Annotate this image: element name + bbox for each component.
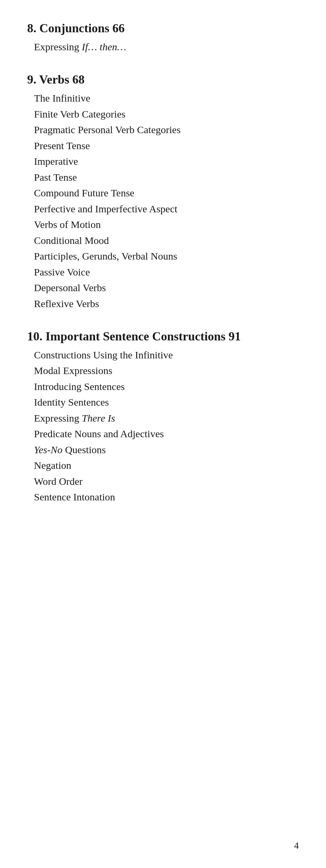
page-number: 4 <box>294 840 299 851</box>
list-item: Imperative <box>27 154 299 170</box>
list-item: Reflexive Verbs <box>27 296 299 312</box>
list-item: Identity Sentences <box>27 394 299 410</box>
section-10-heading: 10. Important Sentence Constructions 91 <box>27 329 299 344</box>
list-item: Participles, Gerunds, Verbal Nouns <box>27 248 299 264</box>
yes-no-italic: Yes-No <box>34 444 62 455</box>
section-8-subheading: Expressing If… then… <box>27 39 299 55</box>
list-item: The Infinitive <box>27 90 299 106</box>
section-9: 9. Verbs 68 The Infinitive Finite Verb C… <box>27 72 299 312</box>
section-9-heading: 9. Verbs 68 <box>27 72 299 88</box>
section-8-expressing-label: Expressing <box>34 41 82 52</box>
section-8-ifthen-label: If… then… <box>82 41 126 52</box>
list-item: Verbs of Motion <box>27 217 299 233</box>
list-item: Constructions Using the Infinitive <box>27 347 299 363</box>
list-item-expressing-there-is: Expressing There Is <box>27 410 299 426</box>
list-item: Past Tense <box>27 170 299 185</box>
list-item-yes-no: Yes-No Questions <box>27 442 299 458</box>
there-is-italic: There Is <box>82 412 115 424</box>
expressing-prefix: Expressing <box>34 412 82 424</box>
list-item: Negation <box>27 458 299 474</box>
list-item: Introducing Sentences <box>27 379 299 395</box>
list-item: Depersonal Verbs <box>27 280 299 296</box>
section-9-list: The Infinitive Finite Verb Categories Pr… <box>27 90 299 312</box>
list-item: Predicate Nouns and Adjectives <box>27 426 299 442</box>
list-item: Sentence Intonation <box>27 489 299 505</box>
questions-suffix: Questions <box>62 444 106 455</box>
section-10-list: Constructions Using the Infinitive Modal… <box>27 347 299 505</box>
section-8: 8. Conjunctions 66 Expressing If… then… <box>27 20 299 55</box>
list-item: Finite Verb Categories <box>27 106 299 122</box>
list-item: Pragmatic Personal Verb Categories <box>27 122 299 138</box>
list-item: Word Order <box>27 474 299 490</box>
list-item: Modal Expressions <box>27 363 299 379</box>
section-10: 10. Important Sentence Constructions 91 … <box>27 329 299 505</box>
list-item: Passive Voice <box>27 264 299 280</box>
page-content: 8. Conjunctions 66 Expressing If… then… … <box>27 20 299 505</box>
list-item: Present Tense <box>27 138 299 154</box>
section-8-heading: 8. Conjunctions 66 <box>27 20 299 36</box>
list-item: Conditional Mood <box>27 233 299 249</box>
list-item: Compound Future Tense <box>27 185 299 201</box>
list-item: Perfective and Imperfective Aspect <box>27 201 299 217</box>
